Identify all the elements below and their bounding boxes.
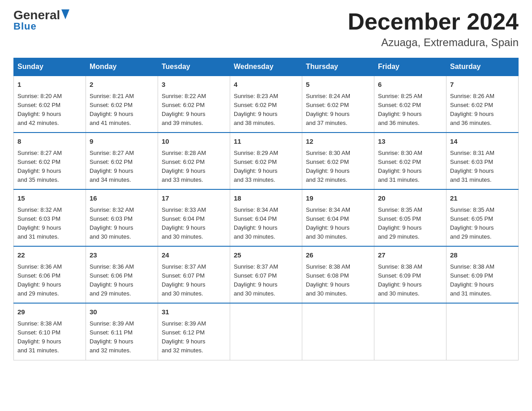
logo-general: General (13, 9, 60, 21)
day-number: 15 (17, 193, 82, 204)
table-row: 14Sunrise: 8:31 AMSunset: 6:03 PMDayligh… (446, 133, 519, 189)
table-row: 12Sunrise: 8:30 AMSunset: 6:02 PMDayligh… (302, 133, 374, 189)
calendar-table: Sunday Monday Tuesday Wednesday Thursday… (13, 58, 519, 360)
svg-marker-0 (61, 9, 69, 19)
col-sunday: Sunday (14, 58, 86, 76)
day-info: Sunrise: 8:36 AMSunset: 6:06 PMDaylight:… (17, 262, 82, 299)
table-row: 11Sunrise: 8:29 AMSunset: 6:02 PMDayligh… (230, 133, 302, 189)
calendar-header-row: Sunday Monday Tuesday Wednesday Thursday… (14, 58, 519, 76)
table-row: 20Sunrise: 8:35 AMSunset: 6:05 PMDayligh… (374, 189, 446, 246)
table-row: 22Sunrise: 8:36 AMSunset: 6:06 PMDayligh… (14, 246, 86, 303)
day-info: Sunrise: 8:27 AMSunset: 6:02 PMDaylight:… (17, 149, 82, 185)
table-row (302, 303, 374, 360)
table-row: 31Sunrise: 8:39 AMSunset: 6:12 PMDayligh… (158, 303, 230, 360)
day-info: Sunrise: 8:37 AMSunset: 6:07 PMDaylight:… (162, 262, 226, 299)
table-row: 24Sunrise: 8:37 AMSunset: 6:07 PMDayligh… (158, 246, 230, 303)
day-number: 25 (234, 250, 298, 261)
day-number: 8 (17, 137, 82, 147)
table-row: 2Sunrise: 8:21 AMSunset: 6:02 PMDaylight… (86, 76, 158, 133)
col-wednesday: Wednesday (230, 58, 302, 76)
table-row: 16Sunrise: 8:32 AMSunset: 6:03 PMDayligh… (86, 189, 158, 246)
day-number: 9 (90, 137, 154, 147)
day-info: Sunrise: 8:39 AMSunset: 6:12 PMDaylight:… (162, 319, 226, 355)
table-row: 4Sunrise: 8:23 AMSunset: 6:02 PMDaylight… (230, 76, 302, 133)
day-number: 24 (162, 250, 226, 261)
day-number: 23 (90, 250, 154, 261)
calendar-week-row: 29Sunrise: 8:38 AMSunset: 6:10 PMDayligh… (14, 303, 519, 360)
day-info: Sunrise: 8:34 AMSunset: 6:04 PMDaylight:… (306, 206, 370, 242)
day-number: 3 (162, 80, 226, 90)
logo-triangle-icon (61, 9, 69, 19)
day-info: Sunrise: 8:38 AMSunset: 6:09 PMDaylight:… (378, 262, 442, 299)
col-monday: Monday (86, 58, 158, 76)
day-number: 10 (162, 137, 226, 147)
table-row: 21Sunrise: 8:35 AMSunset: 6:05 PMDayligh… (446, 189, 519, 246)
calendar-week-row: 1Sunrise: 8:20 AMSunset: 6:02 PMDaylight… (14, 76, 519, 133)
day-info: Sunrise: 8:37 AMSunset: 6:07 PMDaylight:… (234, 262, 298, 299)
table-row: 1Sunrise: 8:20 AMSunset: 6:02 PMDaylight… (14, 76, 86, 133)
day-number: 22 (17, 250, 82, 261)
table-row: 30Sunrise: 8:39 AMSunset: 6:11 PMDayligh… (86, 303, 158, 360)
day-info: Sunrise: 8:24 AMSunset: 6:02 PMDaylight:… (306, 92, 370, 128)
day-info: Sunrise: 8:28 AMSunset: 6:02 PMDaylight:… (162, 149, 226, 185)
table-row: 25Sunrise: 8:37 AMSunset: 6:07 PMDayligh… (230, 246, 302, 303)
day-number: 21 (450, 193, 515, 204)
location-title: Azuaga, Extremadura, Spain (348, 36, 519, 49)
title-block: December 2024 Azuaga, Extremadura, Spain (348, 9, 519, 49)
table-row: 10Sunrise: 8:28 AMSunset: 6:02 PMDayligh… (158, 133, 230, 189)
logo-blue: Blue (13, 21, 37, 32)
table-row: 26Sunrise: 8:38 AMSunset: 6:08 PMDayligh… (302, 246, 374, 303)
col-saturday: Saturday (446, 58, 519, 76)
day-info: Sunrise: 8:30 AMSunset: 6:02 PMDaylight:… (378, 149, 442, 185)
table-row: 8Sunrise: 8:27 AMSunset: 6:02 PMDaylight… (14, 133, 86, 189)
day-info: Sunrise: 8:32 AMSunset: 6:03 PMDaylight:… (17, 206, 82, 242)
day-number: 2 (90, 80, 154, 90)
calendar-week-row: 22Sunrise: 8:36 AMSunset: 6:06 PMDayligh… (14, 246, 519, 303)
day-info: Sunrise: 8:22 AMSunset: 6:02 PMDaylight:… (162, 92, 226, 128)
day-info: Sunrise: 8:30 AMSunset: 6:02 PMDaylight:… (306, 149, 370, 185)
day-number: 4 (234, 80, 298, 90)
table-row: 17Sunrise: 8:33 AMSunset: 6:04 PMDayligh… (158, 189, 230, 246)
day-number: 27 (378, 250, 442, 261)
day-number: 20 (378, 193, 442, 204)
day-number: 31 (162, 307, 226, 317)
table-row: 7Sunrise: 8:26 AMSunset: 6:02 PMDaylight… (446, 76, 519, 133)
table-row: 19Sunrise: 8:34 AMSunset: 6:04 PMDayligh… (302, 189, 374, 246)
table-row: 18Sunrise: 8:34 AMSunset: 6:04 PMDayligh… (230, 189, 302, 246)
calendar-week-row: 8Sunrise: 8:27 AMSunset: 6:02 PMDaylight… (14, 133, 519, 189)
day-number: 7 (450, 80, 515, 90)
day-info: Sunrise: 8:25 AMSunset: 6:02 PMDaylight:… (378, 92, 442, 128)
day-number: 30 (90, 307, 154, 317)
day-info: Sunrise: 8:23 AMSunset: 6:02 PMDaylight:… (234, 92, 298, 128)
day-number: 19 (306, 193, 370, 204)
day-number: 1 (17, 80, 82, 90)
table-row (374, 303, 446, 360)
calendar-week-row: 15Sunrise: 8:32 AMSunset: 6:03 PMDayligh… (14, 189, 519, 246)
col-thursday: Thursday (302, 58, 374, 76)
day-info: Sunrise: 8:35 AMSunset: 6:05 PMDaylight:… (378, 206, 442, 242)
day-info: Sunrise: 8:26 AMSunset: 6:02 PMDaylight:… (450, 92, 515, 128)
col-friday: Friday (374, 58, 446, 76)
day-number: 28 (450, 250, 515, 261)
table-row: 28Sunrise: 8:38 AMSunset: 6:09 PMDayligh… (446, 246, 519, 303)
day-info: Sunrise: 8:31 AMSunset: 6:03 PMDaylight:… (450, 149, 515, 185)
day-info: Sunrise: 8:32 AMSunset: 6:03 PMDaylight:… (90, 206, 154, 242)
day-number: 11 (234, 137, 298, 147)
day-info: Sunrise: 8:29 AMSunset: 6:02 PMDaylight:… (234, 149, 298, 185)
table-row (230, 303, 302, 360)
day-info: Sunrise: 8:38 AMSunset: 6:08 PMDaylight:… (306, 262, 370, 299)
table-row: 13Sunrise: 8:30 AMSunset: 6:02 PMDayligh… (374, 133, 446, 189)
table-row: 9Sunrise: 8:27 AMSunset: 6:02 PMDaylight… (86, 133, 158, 189)
month-title: December 2024 (348, 9, 519, 34)
day-number: 5 (306, 80, 370, 90)
day-info: Sunrise: 8:27 AMSunset: 6:02 PMDaylight:… (90, 149, 154, 185)
col-tuesday: Tuesday (158, 58, 230, 76)
table-row: 5Sunrise: 8:24 AMSunset: 6:02 PMDaylight… (302, 76, 374, 133)
day-number: 29 (17, 307, 82, 317)
day-info: Sunrise: 8:35 AMSunset: 6:05 PMDaylight:… (450, 206, 515, 242)
day-number: 12 (306, 137, 370, 147)
table-row: 27Sunrise: 8:38 AMSunset: 6:09 PMDayligh… (374, 246, 446, 303)
day-number: 18 (234, 193, 298, 204)
table-row: 29Sunrise: 8:38 AMSunset: 6:10 PMDayligh… (14, 303, 86, 360)
page-header: General Blue December 2024 Azuaga, Extre… (13, 9, 519, 49)
